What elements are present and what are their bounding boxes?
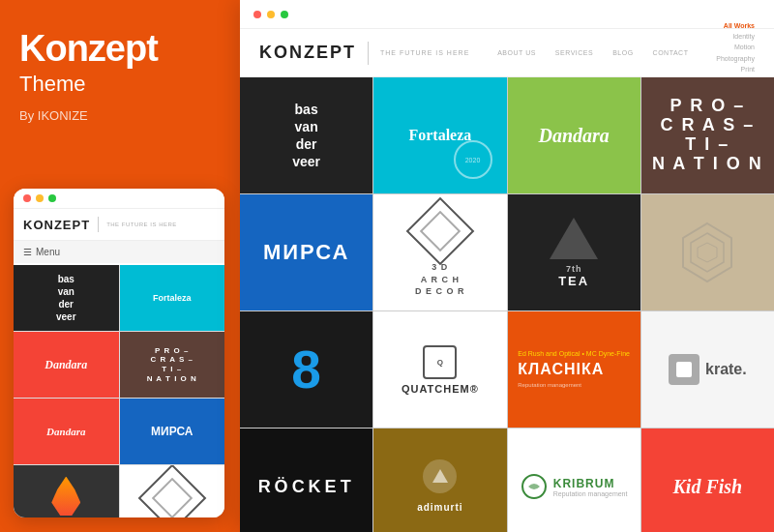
box-3d-icon <box>137 465 206 517</box>
grid-text-tea: 7th TEA <box>550 218 598 288</box>
grid-cell-3d[interactable]: 3 DA R C HD E C O R <box>373 194 506 310</box>
mobile-menu-bar[interactable]: ☰ Menu <box>14 241 224 263</box>
dot-green <box>48 194 56 202</box>
grid-cell-8[interactable]: 8 <box>240 311 372 428</box>
desktop-dot-red <box>253 11 261 18</box>
desktop-grid: basvanderveer Fortaleza 2020 Dandara P R… <box>240 77 774 532</box>
grid-cell-kribrum[interactable]: KRIBRUM Reputation management <box>508 429 640 532</box>
dot-red <box>23 194 31 202</box>
mobile-top-bar <box>14 189 224 209</box>
grid-text-kidfish: Kid Fish <box>673 476 743 498</box>
dot-yellow <box>36 194 44 202</box>
logo-separator <box>368 42 369 65</box>
desktop-tagline: THE FUTURE IS HERE <box>380 49 469 56</box>
grid-text-kribrum: KRIBRUM Reputation management <box>521 473 628 500</box>
nav-print[interactable]: Print <box>716 64 755 74</box>
mobile-cell-fortaleza: Fortaleza <box>120 265 225 331</box>
grid-cell-bas[interactable]: basvanderveer <box>240 77 372 193</box>
mobile-grid: basvanderveer Fortaleza Dandara P R O –C… <box>14 265 224 517</box>
desktop-logo: KONZEPT <box>259 43 356 63</box>
grid-text-mirca: МИРСА <box>263 240 350 265</box>
grid-cell-dandara[interactable]: Dandara <box>508 77 640 193</box>
fortaleza-ring: 2020 <box>454 140 492 179</box>
menu-label: Menu <box>36 247 60 257</box>
nav-contact[interactable]: CONTACT <box>653 49 689 56</box>
desktop-dot-green <box>281 11 288 18</box>
desktop-logo-area: KONZEPT THE FUTURE IS HERE <box>259 42 469 65</box>
svg-marker-1 <box>691 233 724 272</box>
mobile-cell-mirca: МИРСА <box>120 399 225 464</box>
grid-cell-adimurti[interactable]: adimurti <box>373 429 506 532</box>
mobile-cell-dandara: Dandara <box>14 332 119 398</box>
desktop-mockup: KONZEPT THE FUTURE IS HERE ABOUT US SERV… <box>240 0 774 532</box>
mobile-tagline: THE FUTURE IS HERE <box>106 222 177 227</box>
desktop-dot-yellow <box>267 11 275 18</box>
mobile-mockup: KONZEPT THE FUTURE IS HERE ☰ Menu basvan… <box>14 189 224 517</box>
krate-icon <box>669 354 700 385</box>
mobile-cell-bas: basvanderveer <box>14 265 119 331</box>
nav-photography[interactable]: Photography <box>716 53 755 64</box>
mobile-cell-pro: P R O –C R A S –T I –N A T I O N <box>120 332 225 398</box>
grid-text-8: 8 <box>291 339 321 400</box>
grid-cell-krate[interactable]: krate. <box>641 311 774 428</box>
brand-title: Konzept <box>19 29 221 70</box>
desktop-nav-right: All Works Identity Motion Photography Pr… <box>716 20 755 85</box>
menu-icon: ☰ <box>23 247 32 257</box>
grid-text-pro: P R O –C R A S –T I –N A T I O N <box>652 97 763 173</box>
grid-text-rocket: RÖCKET <box>258 477 355 497</box>
nav-services[interactable]: SERVICES <box>555 49 593 56</box>
nav-identity[interactable]: Identity <box>716 31 755 42</box>
brand-subtitle: Theme <box>19 72 221 97</box>
grid-cell-klasnika[interactable]: Ed Rush and Optical • MC Dyne-Fine КЛАСН… <box>508 311 640 428</box>
grid-cell-rocket[interactable]: RÖCKET <box>240 429 372 532</box>
nav-motion[interactable]: Motion <box>716 42 755 52</box>
left-panel: Konzept Theme By IKONIZE KONZEPT THE FUT… <box>0 0 240 532</box>
mobile-header: KONZEPT THE FUTURE IS HERE <box>14 209 224 241</box>
grid-cell-pro[interactable]: P R O –C R A S –T I –N A T I O N <box>641 77 774 193</box>
grid-text-krate: krate. <box>669 354 747 385</box>
grid-text-adimurti: adimurti <box>417 459 462 515</box>
box-3d-icon <box>406 197 475 266</box>
grid-cell-tea[interactable]: 7th TEA <box>508 194 640 310</box>
nav-about[interactable]: ABOUT US <box>497 49 536 56</box>
grid-cell-hex[interactable] <box>641 194 774 310</box>
mobile-cell-script2: Dandara <box>14 399 119 464</box>
mobile-logo: KONZEPT <box>23 218 90 232</box>
mobile-cell-3d <box>120 465 225 517</box>
nav-all-works[interactable]: All Works <box>716 20 755 31</box>
nav-blog[interactable]: BLOG <box>612 49 633 56</box>
grid-text-dandara: Dandara <box>538 125 609 147</box>
grid-cell-fortaleza[interactable]: Fortaleza 2020 <box>373 77 506 193</box>
svg-marker-2 <box>698 243 717 262</box>
grid-text-3d: 3 DA R C HD E C O R <box>415 261 465 298</box>
desktop-header: KONZEPT THE FUTURE IS HERE ABOUT US SERV… <box>240 29 774 77</box>
brand-by: By IKONIZE <box>19 108 221 123</box>
kribrum-icon <box>521 473 548 500</box>
desktop-nav: ABOUT US SERVICES BLOG CONTACT <box>497 49 688 56</box>
grid-cell-quatchem[interactable]: Q QUATCHEM® <box>373 311 506 428</box>
grid-cell-mirca[interactable]: МИРСА <box>240 194 372 310</box>
grid-text-quatchem: Q QUATCHEM® <box>402 345 479 395</box>
triangle-icon <box>550 218 598 259</box>
mobile-cell-fire <box>14 465 119 517</box>
desktop-top-bar <box>240 0 774 29</box>
grid-text-klasnika: Ed Rush and Optical • MC Dyne-Fine КЛАСН… <box>510 341 638 398</box>
grid-text-bas: basvanderveer <box>292 101 320 171</box>
hexagon-icon <box>673 219 741 286</box>
grid-text-fortaleza: Fortaleza 2020 <box>408 128 471 143</box>
grid-cell-kidfish[interactable]: Kid Fish <box>641 429 774 532</box>
